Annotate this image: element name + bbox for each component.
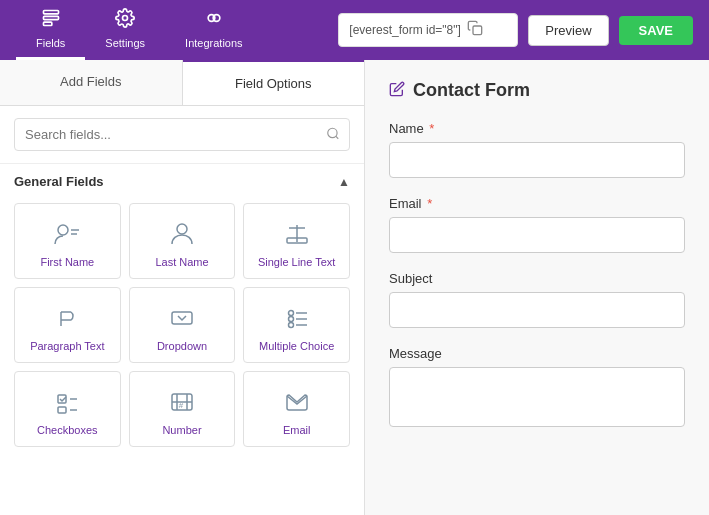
svg-rect-27 — [58, 407, 66, 413]
input-name[interactable] — [389, 142, 685, 178]
field-card-dropdown[interactable]: Dropdown — [129, 287, 236, 363]
section-header: General Fields ▲ — [0, 164, 364, 199]
shortcode-box: [everest_form id="8"] — [338, 13, 518, 47]
settings-icon — [115, 8, 135, 33]
form-field-subject: Subject — [389, 271, 685, 328]
search-icon — [326, 126, 340, 143]
required-star-name: * — [429, 121, 434, 136]
label-name: Name * — [389, 121, 685, 136]
paragraph-icon — [53, 304, 81, 332]
dropdown-icon — [168, 304, 196, 332]
svg-point-19 — [288, 311, 293, 316]
input-subject[interactable] — [389, 292, 685, 328]
preview-button[interactable]: Preview — [528, 15, 608, 46]
first-name-icon — [53, 220, 81, 248]
copy-shortcode-button[interactable] — [467, 20, 483, 40]
section-label: General Fields — [14, 174, 104, 189]
section-collapse-arrow[interactable]: ▲ — [338, 175, 350, 189]
number-icon: # — [168, 388, 196, 416]
field-label-single-line: Single Line Text — [258, 256, 335, 268]
svg-line-8 — [336, 136, 339, 139]
svg-point-7 — [328, 128, 337, 137]
field-label-number: Number — [162, 424, 201, 436]
checkboxes-icon — [53, 388, 81, 416]
svg-rect-0 — [43, 11, 58, 14]
svg-rect-2 — [43, 22, 51, 25]
shortcode-text: [everest_form id="8"] — [349, 23, 461, 37]
fields-icon — [41, 8, 61, 33]
search-wrap — [0, 106, 364, 164]
label-message: Message — [389, 346, 685, 361]
field-card-checkboxes[interactable]: Checkboxes — [14, 371, 121, 447]
field-card-email[interactable]: Email — [243, 371, 350, 447]
nav-settings[interactable]: Settings — [85, 0, 165, 60]
svg-rect-1 — [43, 16, 58, 19]
multiple-choice-icon — [283, 304, 311, 332]
svg-point-23 — [288, 323, 293, 328]
nav-integrations[interactable]: Integrations — [165, 0, 262, 60]
svg-rect-18 — [172, 312, 192, 324]
required-star-email: * — [427, 196, 432, 211]
field-label-checkboxes: Checkboxes — [37, 424, 98, 436]
form-field-email: Email * — [389, 196, 685, 253]
svg-point-21 — [288, 317, 293, 322]
svg-rect-6 — [473, 26, 482, 35]
svg-point-9 — [58, 225, 68, 235]
tabs: Add Fields Field Options — [0, 60, 364, 106]
field-card-multiple-choice[interactable]: Multiple Choice — [243, 287, 350, 363]
svg-point-3 — [123, 16, 128, 21]
search-input[interactable] — [14, 118, 350, 151]
field-label-first-name: First Name — [40, 256, 94, 268]
field-label-dropdown: Dropdown — [157, 340, 207, 352]
svg-point-12 — [177, 224, 187, 234]
right-panel: Contact Form Name * Email * Subject Me — [365, 60, 709, 515]
input-message[interactable] — [389, 367, 685, 427]
field-card-single-line[interactable]: Single Line Text — [243, 203, 350, 279]
nav-fields-label: Fields — [36, 37, 65, 49]
integrations-icon — [204, 8, 224, 33]
save-button[interactable]: SAVE — [619, 16, 693, 45]
field-label-email-field: Email — [283, 424, 311, 436]
field-label-multiple-choice: Multiple Choice — [259, 340, 334, 352]
field-label-paragraph: Paragraph Text — [30, 340, 104, 352]
nav-actions: Preview SAVE — [528, 15, 693, 46]
nav-settings-label: Settings — [105, 37, 145, 49]
single-line-icon — [283, 220, 311, 248]
email-field-icon — [283, 388, 311, 416]
tab-field-options[interactable]: Field Options — [183, 60, 365, 105]
main-layout: Add Fields Field Options General Fields … — [0, 60, 709, 515]
top-nav: Fields Settings Integrations [everest_fo… — [0, 0, 709, 60]
tab-add-fields[interactable]: Add Fields — [0, 60, 183, 105]
form-field-message: Message — [389, 346, 685, 431]
field-label-last-name: Last Name — [155, 256, 208, 268]
field-card-number[interactable]: # Number — [129, 371, 236, 447]
fields-grid: First Name Last Name Single Line Text — [0, 199, 364, 457]
last-name-icon — [168, 220, 196, 248]
left-panel: Add Fields Field Options General Fields … — [0, 60, 365, 515]
label-email: Email * — [389, 196, 685, 211]
input-email[interactable] — [389, 217, 685, 253]
edit-icon — [389, 81, 405, 101]
field-card-paragraph[interactable]: Paragraph Text — [14, 287, 121, 363]
nav-integrations-label: Integrations — [185, 37, 242, 49]
svg-text:#: # — [179, 401, 184, 410]
field-card-first-name[interactable]: First Name — [14, 203, 121, 279]
field-card-last-name[interactable]: Last Name — [129, 203, 236, 279]
form-title-row: Contact Form — [389, 80, 685, 101]
nav-fields[interactable]: Fields — [16, 0, 85, 60]
label-subject: Subject — [389, 271, 685, 286]
form-title: Contact Form — [413, 80, 530, 101]
form-field-name: Name * — [389, 121, 685, 178]
